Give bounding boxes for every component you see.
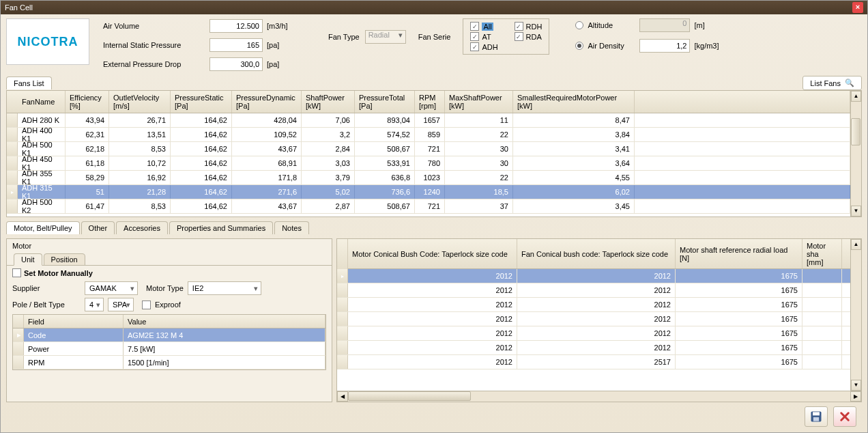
motor-legend: Motor — [12, 242, 31, 250]
table-row[interactable]: ▸CodeAGM2E 132 M 4 — [13, 329, 326, 342]
col-shaft-power[interactable]: ShaftPower[kW] — [302, 91, 355, 113]
isp-label: Internal Static Pressure — [103, 41, 205, 49]
fans-grid: FanName Efficiency[%] OutletVelocity[m/s… — [6, 90, 862, 217]
col-motor-shaft[interactable]: Motor sha[mm] — [802, 239, 842, 268]
pole-label: Pole / Belt Type — [12, 301, 81, 309]
col-outlet-velocity[interactable]: OutletVelocity[m/s] — [109, 91, 171, 113]
col-smallest-motor[interactable]: SmallestRequiredMotorPower[kW] — [513, 91, 635, 113]
motor-content: Set Motor Manually Supplier GAMAK Motor … — [7, 265, 332, 402]
checkbox-rdh[interactable] — [515, 22, 523, 31]
table-row[interactable]: ▸ADH 315 K15121,28164,62271,65,02736,612… — [7, 185, 850, 199]
bush-grid: Motor Conical Bush Code: Taperlock size … — [336, 238, 862, 402]
air-density-unit: [kg/m3] — [694, 42, 719, 50]
supplier-dropdown[interactable]: GAMAK — [85, 281, 138, 295]
tabs-row: Fans List List Fans 🔍 — [6, 76, 862, 90]
checkbox-adh[interactable] — [470, 42, 479, 51]
scroll-thumb[interactable] — [851, 118, 860, 145]
tab-fans-list[interactable]: Fans List — [6, 76, 52, 89]
col-fan-bush[interactable]: Fan Conical bush code: Taperlock size co… — [517, 239, 676, 268]
tab-motor-belt[interactable]: Motor, Belt/Pulley — [6, 221, 80, 234]
tab-unit[interactable]: Unit — [14, 253, 42, 266]
scroll-right-icon[interactable]: ▶ — [850, 391, 861, 402]
checkbox-all[interactable] — [470, 22, 479, 31]
epd-unit: [pa] — [267, 60, 294, 68]
tab-notes[interactable]: Notes — [274, 221, 309, 234]
list-fans-button[interactable]: List Fans 🔍 — [802, 76, 862, 90]
table-row[interactable]: 201220121675 — [337, 326, 850, 341]
col-motor-bush[interactable]: Motor Conical Bush Code: Taperlock size … — [348, 239, 517, 268]
exproof-label: Exproof — [155, 301, 181, 309]
table-row[interactable]: RPM1500 [1/min] — [13, 356, 326, 369]
tab-position[interactable]: Position — [44, 253, 85, 266]
scroll-left-icon[interactable]: ◀ — [337, 391, 348, 402]
radio-air-density[interactable] — [575, 42, 583, 50]
detail-tabs: Motor, Belt/Pulley Other Accesories Prop… — [6, 221, 862, 234]
checkbox-exproof[interactable] — [142, 301, 151, 309]
col-pressure-dynamic[interactable]: PressureDynamic[Pa] — [232, 91, 302, 113]
scroll-down-icon[interactable]: ▼ — [851, 206, 861, 216]
motor-type-label: Motor Type — [146, 284, 184, 292]
col-rpm[interactable]: RPM[rpm] — [415, 91, 445, 113]
table-row[interactable]: 201225171675 — [337, 355, 850, 369]
h-scroll-thumb[interactable] — [348, 391, 471, 401]
epd-input[interactable] — [209, 57, 263, 71]
fan-type-dropdown[interactable]: Radial — [365, 30, 406, 44]
table-row[interactable]: 201220121675 — [337, 283, 850, 298]
col-fanname[interactable]: FanName — [18, 91, 66, 113]
table-row[interactable]: ADH 500 K162,188,53164,6243,672,84508,67… — [7, 142, 850, 156]
tab-accessories[interactable]: Accesories — [116, 221, 168, 234]
table-row[interactable]: ADH 500 K261,478,53164,6243,672,87508,67… — [7, 199, 850, 214]
vertical-scrollbar[interactable]: ▲ ▼ — [850, 91, 861, 216]
table-row[interactable]: ▸201220121675 — [337, 269, 850, 283]
col-max-shaft[interactable]: MaxShaftPower[kW] — [445, 91, 513, 113]
motor-panel: Motor Unit Position Set Motor Manually S… — [6, 238, 332, 402]
save-button[interactable] — [805, 406, 828, 427]
tab-other[interactable]: Other — [81, 221, 115, 234]
col-radial-load[interactable]: Motor shaft reference radial load[N] — [676, 239, 802, 268]
right-vertical-scrollbar[interactable]: ▲ ▼ — [850, 239, 861, 391]
horizontal-scrollbar[interactable]: ◀ ▶ — [337, 391, 861, 402]
table-row[interactable]: ADH 450 K161,1810,72164,6268,913,03533,9… — [7, 156, 850, 171]
checkbox-at[interactable] — [470, 32, 479, 41]
checkbox-set-manually[interactable] — [12, 268, 21, 277]
motor-type-dropdown[interactable]: IE2 — [188, 281, 261, 295]
fan-type-section: Fan Type Radial Fan Serie All AT ADH RDH… — [328, 18, 549, 55]
table-row[interactable]: Power7.5 [kW] — [13, 342, 326, 356]
air-density-label: Air Density — [588, 42, 635, 50]
air-density-input[interactable] — [639, 39, 690, 53]
altitude-unit: [m] — [694, 21, 704, 29]
pole-dropdown[interactable]: 4 — [85, 298, 104, 311]
table-row[interactable]: 201220121675 — [337, 341, 850, 355]
fan-serie-box: All AT ADH RDH RDA — [463, 18, 549, 55]
table-row[interactable]: 201220121675 — [337, 312, 850, 326]
air-volume-input[interactable] — [209, 19, 263, 33]
close-button[interactable] — [833, 406, 856, 427]
col-field[interactable]: Field — [24, 315, 124, 328]
table-row[interactable]: ADH 355 K158,2916,92164,62171,83,79636,8… — [7, 171, 850, 185]
tab-properties[interactable]: Properties and Summaries — [169, 221, 273, 234]
supplier-label: Supplier — [12, 284, 81, 292]
scroll-up-icon[interactable]: ▲ — [851, 91, 861, 102]
epd-label: External Pressure Drop — [103, 60, 205, 68]
radio-altitude[interactable] — [575, 21, 583, 29]
scroll-up-icon[interactable]: ▲ — [851, 239, 861, 250]
checkbox-rda[interactable] — [515, 32, 523, 41]
fan-type-label: Fan Type — [328, 33, 360, 41]
table-row[interactable]: ADH 400 K162,3113,51164,62109,523,2574,5… — [7, 128, 850, 142]
col-pressure-static[interactable]: PressureStatic[Pa] — [171, 91, 232, 113]
table-row[interactable]: 201220121675 — [337, 298, 850, 312]
table-row[interactable]: ADH 280 K43,9426,71164,62428,047,06893,0… — [7, 113, 850, 128]
scroll-down-icon[interactable]: ▼ — [851, 380, 861, 391]
set-manually-label: Set Motor Manually — [24, 269, 93, 277]
isp-input[interactable] — [209, 38, 263, 52]
belt-dropdown[interactable]: SPA — [108, 298, 134, 311]
top-section: NICOTRA Air Volume [m3/h] Internal Stati… — [6, 18, 862, 72]
col-pressure-total[interactable]: PressureTotal[Pa] — [355, 91, 415, 113]
serie-rda: RDA — [526, 33, 542, 41]
close-icon[interactable]: × — [852, 2, 863, 13]
serie-adh: ADH — [482, 43, 497, 51]
col-value[interactable]: Value — [124, 315, 326, 328]
serie-rdh: RDH — [526, 23, 542, 31]
col-efficiency[interactable]: Efficiency[%] — [66, 91, 109, 113]
isp-unit: [pa] — [267, 41, 294, 49]
